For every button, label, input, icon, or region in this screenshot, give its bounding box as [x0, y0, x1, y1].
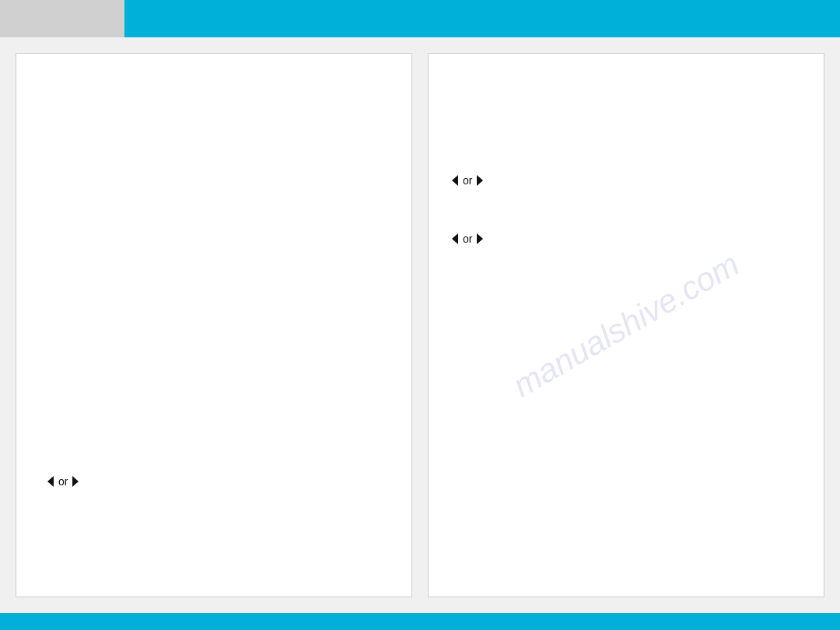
left-or-text: or [58, 475, 68, 488]
right-or-text-1: or [463, 174, 472, 187]
right-right-arrow-icon-1 [477, 175, 483, 186]
right-nav-item-2[interactable]: or [452, 233, 483, 245]
header-bar [124, 0, 840, 37]
header [0, 0, 840, 37]
right-nav-item-1[interactable]: or [452, 174, 483, 187]
right-arrow-icon [72, 476, 79, 487]
right-or-text-2: or [463, 233, 472, 245]
watermark: manualshive.com [506, 246, 745, 405]
left-page-panel: or [16, 53, 412, 597]
right-left-arrow-icon-1 [452, 175, 458, 186]
right-right-arrow-icon-2 [477, 233, 483, 244]
left-arrow-icon [47, 476, 54, 487]
right-left-arrow-icon-2 [452, 233, 458, 244]
footer [0, 613, 840, 630]
left-nav-item[interactable]: or [47, 475, 79, 488]
header-tab [0, 0, 124, 37]
main-content: or manualshive.com or or [0, 37, 840, 613]
right-page-panel: manualshive.com or or [428, 53, 824, 597]
